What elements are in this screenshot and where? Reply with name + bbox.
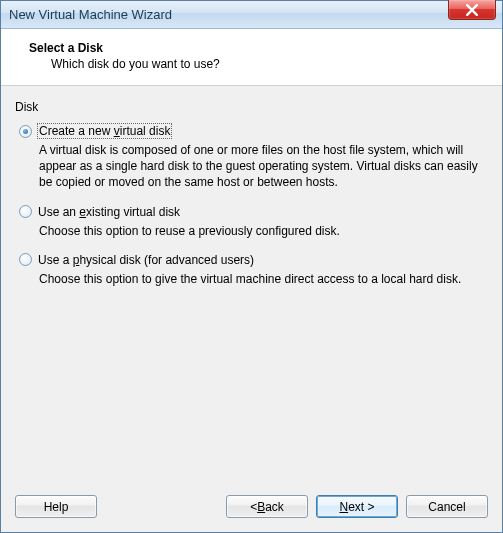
close-icon (466, 4, 478, 16)
option-description: A virtual disk is composed of one or mor… (19, 142, 488, 191)
option-label: Create a new virtual disk (38, 124, 171, 138)
close-button[interactable] (448, 0, 496, 20)
disk-group-label: Disk (15, 100, 488, 114)
disk-options: Create a new virtual disk A virtual disk… (15, 124, 488, 475)
radio-icon[interactable] (19, 125, 32, 138)
wizard-window: New Virtual Machine Wizard Select a Disk… (0, 0, 503, 533)
window-title: New Virtual Machine Wizard (9, 7, 502, 22)
help-button[interactable]: Help (15, 495, 97, 518)
option-label: Use an existing virtual disk (38, 205, 180, 219)
option-row: Use an existing virtual disk (19, 205, 488, 219)
wizard-footer: Help < Back Next > Cancel (1, 485, 502, 532)
option-row: Use a physical disk (for advanced users) (19, 253, 488, 267)
titlebar: New Virtual Machine Wizard (1, 1, 502, 29)
option-description: Choose this option to reuse a previously… (19, 223, 488, 239)
option-use-existing-disk[interactable]: Use an existing virtual disk Choose this… (15, 205, 488, 239)
option-row: Create a new virtual disk (19, 124, 488, 138)
wizard-header: Select a Disk Which disk do you want to … (1, 29, 502, 86)
wizard-content: Disk Create a new virtual disk A virtual… (1, 86, 502, 485)
radio-icon[interactable] (19, 253, 32, 266)
back-button[interactable]: < Back (226, 495, 308, 518)
cancel-button[interactable]: Cancel (406, 495, 488, 518)
next-button[interactable]: Next > (316, 495, 398, 518)
radio-icon[interactable] (19, 205, 32, 218)
option-description: Choose this option to give the virtual m… (19, 271, 488, 287)
option-use-physical-disk[interactable]: Use a physical disk (for advanced users)… (15, 253, 488, 287)
page-title: Select a Disk (19, 41, 484, 55)
option-create-new-disk[interactable]: Create a new virtual disk A virtual disk… (15, 124, 488, 191)
option-label: Use a physical disk (for advanced users) (38, 253, 254, 267)
page-subtitle: Which disk do you want to use? (19, 57, 484, 71)
